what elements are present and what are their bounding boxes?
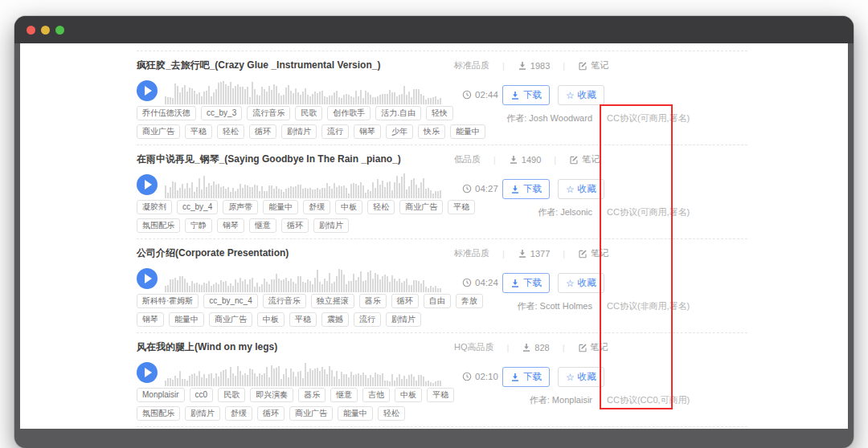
play-button[interactable] xyxy=(137,268,158,289)
tag[interactable]: 循环 xyxy=(391,294,419,308)
waveform[interactable] xyxy=(165,77,442,104)
tag[interactable]: 民歌 xyxy=(295,106,322,120)
tag[interactable]: 快乐 xyxy=(418,124,445,139)
tag[interactable]: 自由 xyxy=(424,294,451,308)
tag[interactable]: 商业广告 xyxy=(137,124,180,139)
tag[interactable]: 少年 xyxy=(386,124,413,139)
tag[interactable]: cc_by_3 xyxy=(201,106,242,120)
tag[interactable]: 即兴演奏 xyxy=(250,388,293,402)
download-button[interactable]: 下载 xyxy=(502,273,550,293)
license-text: CC协议(CC0,可商用) xyxy=(607,394,690,406)
waveform[interactable] xyxy=(165,359,442,386)
zoom-button[interactable] xyxy=(55,26,64,35)
tag[interactable]: cc_by_nc_4 xyxy=(203,294,257,308)
tag[interactable]: 轻快 xyxy=(426,106,453,120)
tag[interactable]: 民歌 xyxy=(218,388,245,402)
tag[interactable]: 舒缓 xyxy=(303,200,330,214)
tag[interactable]: 轻松 xyxy=(378,406,405,421)
note-button[interactable]: 笔记 xyxy=(569,153,600,165)
tag[interactable]: 中板 xyxy=(257,312,285,327)
note-button[interactable]: 笔记 xyxy=(578,59,608,71)
play-button[interactable] xyxy=(137,174,158,195)
tag[interactable]: 凝胶剂 xyxy=(137,200,172,214)
quality-label: 标准品质 xyxy=(454,59,489,71)
app-window: 疯狂胶_去旅行吧_(Crazy Glue _Instrumental Versi… xyxy=(14,16,854,448)
close-button[interactable] xyxy=(27,26,35,35)
author: 作者: Monplaisir xyxy=(530,394,592,406)
tag[interactable]: 宁静 xyxy=(185,218,212,233)
tag[interactable]: 能量中 xyxy=(169,312,204,327)
tag[interactable]: 循环 xyxy=(249,124,276,139)
tag[interactable]: 中板 xyxy=(335,200,362,214)
favorite-button[interactable]: ☆ 收藏 xyxy=(558,85,604,105)
author-prefix: 作者: xyxy=(530,395,550,405)
play-button[interactable] xyxy=(137,80,158,101)
download-button[interactable]: 下载 xyxy=(502,179,550,199)
tag[interactable]: 原声带 xyxy=(223,200,258,214)
waveform[interactable] xyxy=(165,171,442,198)
tag[interactable]: 流行 xyxy=(321,124,349,139)
tag[interactable]: 流行音乐 xyxy=(263,294,306,308)
tag[interactable]: 创作歌手 xyxy=(327,106,371,120)
tag[interactable]: 能量中 xyxy=(450,124,485,139)
tag[interactable]: 钢琴 xyxy=(137,312,164,327)
tag[interactable]: cc_by_4 xyxy=(177,200,218,214)
tag[interactable]: 氛围配乐 xyxy=(137,218,180,233)
tag[interactable]: 吉他 xyxy=(362,388,390,402)
favorite-button[interactable]: ☆ 收藏 xyxy=(558,273,604,293)
player xyxy=(137,171,442,198)
waveform[interactable] xyxy=(165,265,442,292)
tag[interactable]: 钢琴 xyxy=(354,124,381,139)
tag[interactable]: 商业广告 xyxy=(289,406,333,421)
download-button[interactable]: 下载 xyxy=(502,85,550,105)
tag[interactable]: cc0 xyxy=(190,388,214,402)
tag[interactable]: 乔什伍德沃德 xyxy=(137,106,196,120)
note-label: 笔记 xyxy=(591,341,608,353)
tag[interactable]: 活力.自由 xyxy=(375,106,421,120)
tag[interactable]: 流行音乐 xyxy=(247,106,290,120)
minimize-button[interactable] xyxy=(41,26,50,35)
tag[interactable]: 能量中 xyxy=(338,406,373,421)
tag[interactable]: 商业广告 xyxy=(399,200,443,214)
tag[interactable]: 惬意 xyxy=(249,218,276,233)
tag[interactable]: 斯科特·霍姆斯 xyxy=(137,294,199,308)
divider: | xyxy=(563,249,565,259)
tag[interactable]: 独立摇滚 xyxy=(311,294,354,308)
tag[interactable]: 奔放 xyxy=(456,294,483,308)
download-button[interactable]: 下载 xyxy=(502,367,550,387)
tag[interactable]: 惬意 xyxy=(330,388,358,402)
tag[interactable]: 轻松 xyxy=(367,200,395,214)
tag[interactable]: 剧情片 xyxy=(313,218,349,233)
note-button[interactable]: 笔记 xyxy=(578,341,608,353)
tag[interactable]: 平稳 xyxy=(289,312,317,327)
tag[interactable]: 剧情片 xyxy=(185,406,220,421)
favorite-button[interactable]: ☆ 收藏 xyxy=(558,179,604,199)
tag[interactable]: 剧情片 xyxy=(281,124,317,139)
author: 作者: Jelsonic xyxy=(538,206,592,218)
favorite-label: 收藏 xyxy=(578,371,596,383)
play-button[interactable] xyxy=(137,362,158,383)
favorite-button[interactable]: ☆ 收藏 xyxy=(558,367,604,387)
tag[interactable]: Monplaisir xyxy=(137,388,185,402)
tag[interactable]: 能量中 xyxy=(263,200,298,214)
action-buttons: 下载 ☆ 收藏 xyxy=(502,273,604,293)
tag[interactable]: 中板 xyxy=(395,388,422,402)
tag[interactable]: 商业广告 xyxy=(209,312,252,327)
tag[interactable]: 轻松 xyxy=(217,124,244,139)
note-button[interactable]: 笔记 xyxy=(578,247,608,259)
tag[interactable]: 钢琴 xyxy=(217,218,244,233)
tag[interactable]: 器乐 xyxy=(298,388,326,402)
tag[interactable]: 循环 xyxy=(281,218,309,233)
tag[interactable]: 平稳 xyxy=(427,388,454,402)
tag[interactable]: 剧情片 xyxy=(386,312,421,327)
tag[interactable]: 循环 xyxy=(257,406,285,421)
tag[interactable]: 器乐 xyxy=(359,294,387,308)
tag[interactable]: 流行 xyxy=(354,312,381,327)
tag[interactable]: 平稳 xyxy=(448,200,475,214)
tag[interactable]: 舒缓 xyxy=(225,406,252,421)
meta-line: 低品质 | 1490 | 笔记 xyxy=(454,153,600,165)
download-icon xyxy=(510,185,520,194)
tag[interactable]: 平稳 xyxy=(185,124,212,139)
tag[interactable]: 震撼 xyxy=(321,312,349,327)
tag[interactable]: 氛围配乐 xyxy=(137,406,180,421)
